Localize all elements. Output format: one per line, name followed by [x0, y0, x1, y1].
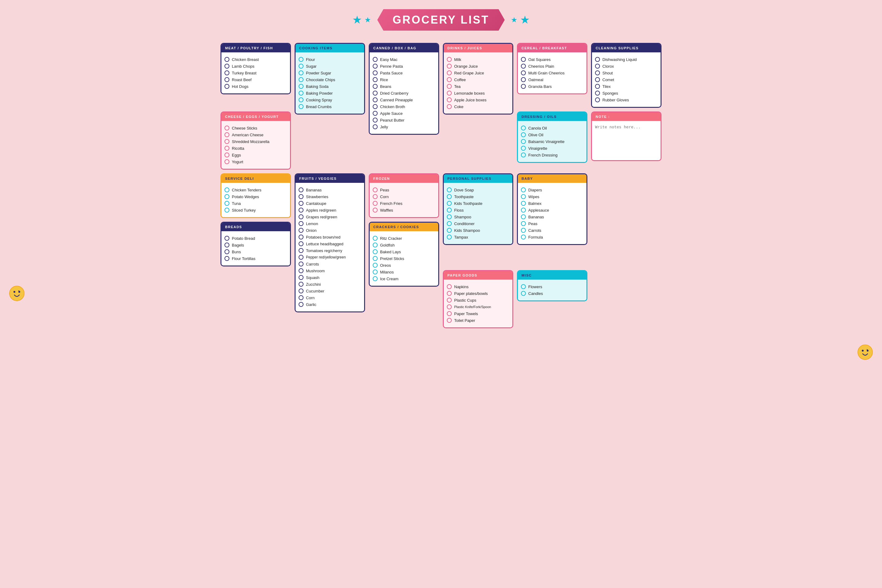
checkbox[interactable]: [373, 201, 378, 206]
list-item[interactable]: Cheerios Plain: [521, 63, 584, 69]
checkbox[interactable]: [225, 243, 230, 248]
list-item[interactable]: Cheese Sticks: [225, 124, 287, 131]
checkbox[interactable]: [521, 57, 526, 62]
checkbox[interactable]: [225, 188, 230, 192]
list-item[interactable]: Kids Shampoo: [447, 227, 509, 234]
checkbox[interactable]: [373, 249, 378, 254]
list-item[interactable]: Flour Tortillas: [225, 255, 287, 262]
checkbox[interactable]: [298, 248, 303, 253]
checkbox[interactable]: [595, 98, 600, 102]
list-item[interactable]: Lamb Chops: [225, 63, 287, 69]
list-item[interactable]: French Dressing: [521, 152, 584, 158]
list-item[interactable]: Carrots: [298, 261, 361, 267]
checkbox[interactable]: [447, 221, 452, 226]
list-item[interactable]: Apples red/green: [298, 207, 361, 213]
checkbox[interactable]: [298, 194, 303, 199]
checkbox[interactable]: [447, 311, 452, 316]
list-item[interactable]: Clorox: [595, 63, 657, 69]
list-item[interactable]: Corn: [298, 294, 361, 301]
checkbox[interactable]: [447, 91, 452, 96]
list-item[interactable]: Tampax: [447, 234, 509, 240]
list-item[interactable]: Strawberries: [298, 193, 361, 200]
list-item[interactable]: Plastic Cups: [447, 297, 509, 303]
checkbox[interactable]: [521, 194, 526, 199]
list-item[interactable]: Flowers: [521, 283, 584, 290]
checkbox[interactable]: [521, 77, 526, 82]
list-item[interactable]: Baking Soda: [298, 83, 361, 90]
checkbox[interactable]: [447, 284, 452, 289]
checkbox[interactable]: [373, 243, 378, 248]
checkbox[interactable]: [447, 235, 452, 240]
checkbox[interactable]: [225, 146, 230, 151]
checkbox[interactable]: [298, 235, 303, 240]
list-item[interactable]: Potato Bread: [225, 235, 287, 242]
checkbox[interactable]: [521, 228, 526, 233]
list-item[interactable]: Squash: [298, 274, 361, 281]
checkbox[interactable]: [298, 214, 303, 219]
checkbox[interactable]: [521, 201, 526, 206]
list-item[interactable]: Yogurt: [225, 158, 287, 165]
list-item[interactable]: Wipes: [521, 193, 584, 200]
checkbox[interactable]: [521, 188, 526, 192]
checkbox[interactable]: [298, 302, 303, 307]
list-item[interactable]: Toothpaste: [447, 193, 509, 200]
list-item[interactable]: Candles: [521, 290, 584, 297]
list-item[interactable]: Rice: [373, 76, 435, 83]
list-item[interactable]: Potatoes brown/red: [298, 234, 361, 240]
checkbox[interactable]: [595, 77, 600, 82]
list-item[interactable]: Balmex: [521, 200, 584, 207]
list-item[interactable]: Paper Towels: [447, 310, 509, 317]
checkbox[interactable]: [447, 57, 452, 62]
list-item[interactable]: Diapers: [521, 186, 584, 193]
list-item[interactable]: Conditioner: [447, 220, 509, 227]
checkbox[interactable]: [298, 268, 303, 273]
checkbox[interactable]: [373, 208, 378, 213]
checkbox[interactable]: [298, 242, 303, 246]
checkbox[interactable]: [373, 98, 378, 102]
list-item[interactable]: Easy Mac: [373, 56, 435, 63]
checkbox[interactable]: [298, 221, 303, 226]
checkbox[interactable]: [225, 236, 230, 241]
list-item[interactable]: Jelly: [373, 123, 435, 130]
checkbox[interactable]: [447, 98, 452, 102]
list-item[interactable]: Granola Bars: [521, 83, 584, 90]
checkbox[interactable]: [298, 208, 303, 213]
checkbox[interactable]: [298, 255, 303, 260]
note-textarea[interactable]: [595, 124, 657, 155]
list-item[interactable]: Dried Cranberry: [373, 90, 435, 96]
checkbox[interactable]: [447, 214, 452, 219]
list-item[interactable]: Cantaloupe: [298, 200, 361, 207]
checkbox[interactable]: [521, 64, 526, 69]
checkbox[interactable]: [225, 153, 230, 158]
checkbox[interactable]: [225, 208, 230, 213]
checkbox[interactable]: [373, 276, 378, 281]
checkbox[interactable]: [447, 194, 452, 199]
list-item[interactable]: Olive Oil: [521, 131, 584, 138]
checkbox[interactable]: [373, 256, 378, 261]
checkbox[interactable]: [521, 84, 526, 89]
list-item[interactable]: Canola Oil: [521, 124, 584, 131]
checkbox[interactable]: [225, 249, 230, 254]
list-item[interactable]: Bread Crumbs: [298, 103, 361, 110]
list-item[interactable]: Bananas: [298, 186, 361, 193]
list-item[interactable]: Shredded Mozzarella: [225, 138, 287, 145]
checkbox[interactable]: [373, 84, 378, 89]
list-item[interactable]: Bagels: [225, 242, 287, 248]
list-item[interactable]: Shampoo: [447, 213, 509, 220]
list-item[interactable]: Onion: [298, 227, 361, 234]
checkbox[interactable]: [298, 77, 303, 82]
list-item[interactable]: Apple Sauce: [373, 110, 435, 117]
checkbox[interactable]: [298, 275, 303, 280]
checkbox[interactable]: [373, 57, 378, 62]
checkbox[interactable]: [298, 91, 303, 96]
list-item[interactable]: Red Grape Juice: [447, 69, 509, 76]
checkbox[interactable]: [373, 270, 378, 274]
checkbox[interactable]: [225, 77, 230, 82]
list-item[interactable]: Buns: [225, 248, 287, 255]
list-item[interactable]: Dishwashing Liquid: [595, 56, 657, 63]
list-item[interactable]: Chocolate Chips: [298, 76, 361, 83]
list-item[interactable]: Hot Dogs: [225, 83, 287, 90]
list-item[interactable]: Vinaigrette: [521, 145, 584, 152]
checkbox[interactable]: [521, 146, 526, 151]
checkbox[interactable]: [373, 104, 378, 109]
